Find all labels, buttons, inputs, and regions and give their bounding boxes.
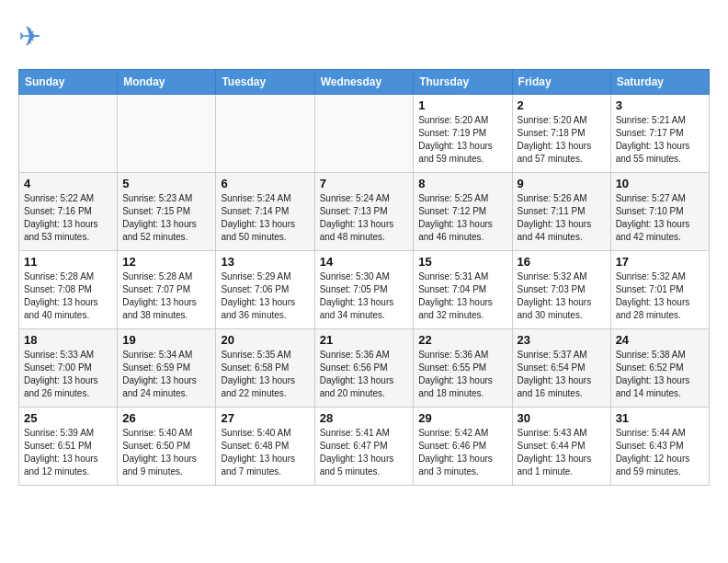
day-info: Sunrise: 5:32 AMSunset: 7:01 PMDaylight:… [616, 270, 704, 322]
day-number: 9 [518, 177, 606, 190]
day-info: Sunrise: 5:28 AMSunset: 7:07 PMDaylight:… [122, 270, 210, 322]
calendar-day: 6Sunrise: 5:24 AMSunset: 7:14 PMDaylight… [216, 173, 314, 251]
day-info: Sunrise: 5:40 AMSunset: 6:50 PMDaylight:… [122, 427, 210, 478]
calendar-day: 30Sunrise: 5:43 AMSunset: 6:44 PMDayligh… [512, 408, 610, 486]
col-header-monday: Monday [118, 70, 216, 95]
day-info: Sunrise: 5:26 AMSunset: 7:11 PMDaylight:… [518, 192, 606, 244]
day-number: 15 [418, 255, 506, 269]
day-number: 8 [418, 177, 506, 190]
calendar-day: 10Sunrise: 5:27 AMSunset: 7:10 PMDayligh… [610, 173, 709, 251]
day-number: 1 [418, 98, 506, 112]
calendar-day: 18Sunrise: 5:33 AMSunset: 7:00 PMDayligh… [19, 329, 118, 408]
calendar-day: 17Sunrise: 5:32 AMSunset: 7:01 PMDayligh… [610, 251, 709, 329]
day-number: 13 [221, 255, 309, 269]
calendar-day: 12Sunrise: 5:28 AMSunset: 7:07 PMDayligh… [118, 251, 216, 329]
day-info: Sunrise: 5:41 AMSunset: 6:47 PMDaylight:… [320, 427, 409, 478]
day-info: Sunrise: 5:31 AMSunset: 7:04 PMDaylight:… [418, 270, 506, 322]
calendar-week-4: 18Sunrise: 5:33 AMSunset: 7:00 PMDayligh… [19, 329, 710, 408]
calendar-day: 9Sunrise: 5:26 AMSunset: 7:11 PMDaylight… [512, 173, 610, 251]
day-info: Sunrise: 5:37 AMSunset: 6:54 PMDaylight:… [518, 349, 606, 400]
calendar-day: 5Sunrise: 5:23 AMSunset: 7:15 PMDaylight… [118, 173, 216, 251]
day-info: Sunrise: 5:29 AMSunset: 7:06 PMDaylight:… [221, 270, 309, 322]
day-number: 29 [418, 411, 506, 425]
day-info: Sunrise: 5:21 AMSunset: 7:17 PMDaylight:… [616, 114, 704, 166]
calendar-day [216, 95, 314, 173]
day-info: Sunrise: 5:24 AMSunset: 7:14 PMDaylight:… [221, 192, 309, 244]
day-info: Sunrise: 5:33 AMSunset: 7:00 PMDaylight:… [24, 349, 112, 400]
day-info: Sunrise: 5:34 AMSunset: 6:59 PMDaylight:… [122, 349, 210, 400]
day-info: Sunrise: 5:27 AMSunset: 7:10 PMDaylight:… [616, 192, 704, 244]
calendar-day: 15Sunrise: 5:31 AMSunset: 7:04 PMDayligh… [414, 251, 512, 329]
day-number: 10 [616, 177, 704, 190]
col-header-thursday: Thursday [414, 70, 512, 95]
day-number: 17 [616, 255, 704, 269]
logo: ✈ [18, 18, 63, 60]
calendar-day: 26Sunrise: 5:40 AMSunset: 6:50 PMDayligh… [118, 408, 216, 486]
day-info: Sunrise: 5:20 AMSunset: 7:19 PMDaylight:… [418, 114, 506, 166]
day-number: 25 [24, 411, 112, 425]
day-number: 11 [24, 255, 112, 269]
day-info: Sunrise: 5:42 AMSunset: 6:46 PMDaylight:… [418, 427, 506, 478]
col-header-wednesday: Wednesday [314, 70, 414, 95]
calendar-day: 19Sunrise: 5:34 AMSunset: 6:59 PMDayligh… [118, 329, 216, 408]
calendar-table: SundayMondayTuesdayWednesdayThursdayFrid… [18, 69, 710, 486]
col-header-saturday: Saturday [610, 70, 709, 95]
calendar-week-5: 25Sunrise: 5:39 AMSunset: 6:51 PMDayligh… [19, 408, 710, 486]
col-header-tuesday: Tuesday [216, 70, 314, 95]
day-number: 26 [122, 411, 210, 425]
day-info: Sunrise: 5:43 AMSunset: 6:44 PMDaylight:… [518, 427, 606, 478]
day-number: 27 [221, 411, 309, 425]
day-info: Sunrise: 5:23 AMSunset: 7:15 PMDaylight:… [122, 192, 210, 244]
day-info: Sunrise: 5:24 AMSunset: 7:13 PMDaylight:… [320, 192, 409, 244]
calendar-day: 24Sunrise: 5:38 AMSunset: 6:52 PMDayligh… [610, 329, 709, 408]
calendar-day: 13Sunrise: 5:29 AMSunset: 7:06 PMDayligh… [216, 251, 314, 329]
calendar-day: 25Sunrise: 5:39 AMSunset: 6:51 PMDayligh… [19, 408, 118, 486]
col-header-friday: Friday [512, 70, 610, 95]
day-number: 24 [616, 333, 704, 347]
calendar-day [19, 95, 118, 173]
calendar-day: 16Sunrise: 5:32 AMSunset: 7:03 PMDayligh… [512, 251, 610, 329]
day-info: Sunrise: 5:28 AMSunset: 7:08 PMDaylight:… [24, 270, 112, 322]
logo-icon: ✈ [18, 18, 59, 60]
day-number: 5 [122, 177, 210, 190]
calendar-header-row: SundayMondayTuesdayWednesdayThursdayFrid… [19, 70, 710, 95]
calendar-day: 3Sunrise: 5:21 AMSunset: 7:17 PMDaylight… [610, 95, 709, 173]
day-number: 18 [24, 333, 112, 347]
day-number: 20 [221, 333, 309, 347]
svg-text:✈: ✈ [18, 21, 41, 52]
calendar-day: 31Sunrise: 5:44 AMSunset: 6:43 PMDayligh… [610, 408, 709, 486]
day-info: Sunrise: 5:20 AMSunset: 7:18 PMDaylight:… [518, 114, 606, 166]
day-number: 3 [616, 98, 704, 112]
calendar-day [314, 95, 414, 173]
day-number: 23 [518, 333, 606, 347]
day-number: 19 [122, 333, 210, 347]
day-number: 4 [24, 177, 112, 190]
calendar-week-2: 4Sunrise: 5:22 AMSunset: 7:16 PMDaylight… [19, 173, 710, 251]
day-info: Sunrise: 5:30 AMSunset: 7:05 PMDaylight:… [320, 270, 409, 322]
calendar-day: 20Sunrise: 5:35 AMSunset: 6:58 PMDayligh… [216, 329, 314, 408]
calendar-day: 4Sunrise: 5:22 AMSunset: 7:16 PMDaylight… [19, 173, 118, 251]
day-info: Sunrise: 5:25 AMSunset: 7:12 PMDaylight:… [418, 192, 506, 244]
calendar-day: 22Sunrise: 5:36 AMSunset: 6:55 PMDayligh… [414, 329, 512, 408]
calendar-day: 2Sunrise: 5:20 AMSunset: 7:18 PMDaylight… [512, 95, 610, 173]
calendar-day: 14Sunrise: 5:30 AMSunset: 7:05 PMDayligh… [314, 251, 414, 329]
calendar-day: 8Sunrise: 5:25 AMSunset: 7:12 PMDaylight… [414, 173, 512, 251]
page-header: ✈ [18, 18, 710, 60]
day-number: 12 [122, 255, 210, 269]
day-info: Sunrise: 5:38 AMSunset: 6:52 PMDaylight:… [616, 349, 704, 400]
day-number: 2 [518, 98, 606, 112]
calendar-day: 23Sunrise: 5:37 AMSunset: 6:54 PMDayligh… [512, 329, 610, 408]
day-number: 14 [320, 255, 409, 269]
day-info: Sunrise: 5:39 AMSunset: 6:51 PMDaylight:… [24, 427, 112, 478]
day-info: Sunrise: 5:36 AMSunset: 6:55 PMDaylight:… [418, 349, 506, 400]
calendar-day: 1Sunrise: 5:20 AMSunset: 7:19 PMDaylight… [414, 95, 512, 173]
day-info: Sunrise: 5:44 AMSunset: 6:43 PMDaylight:… [616, 427, 704, 478]
day-number: 31 [616, 411, 704, 425]
day-number: 7 [320, 177, 409, 190]
day-number: 28 [320, 411, 409, 425]
day-info: Sunrise: 5:35 AMSunset: 6:58 PMDaylight:… [221, 349, 309, 400]
calendar-week-3: 11Sunrise: 5:28 AMSunset: 7:08 PMDayligh… [19, 251, 710, 329]
calendar-day: 27Sunrise: 5:40 AMSunset: 6:48 PMDayligh… [216, 408, 314, 486]
day-number: 30 [518, 411, 606, 425]
day-number: 22 [418, 333, 506, 347]
